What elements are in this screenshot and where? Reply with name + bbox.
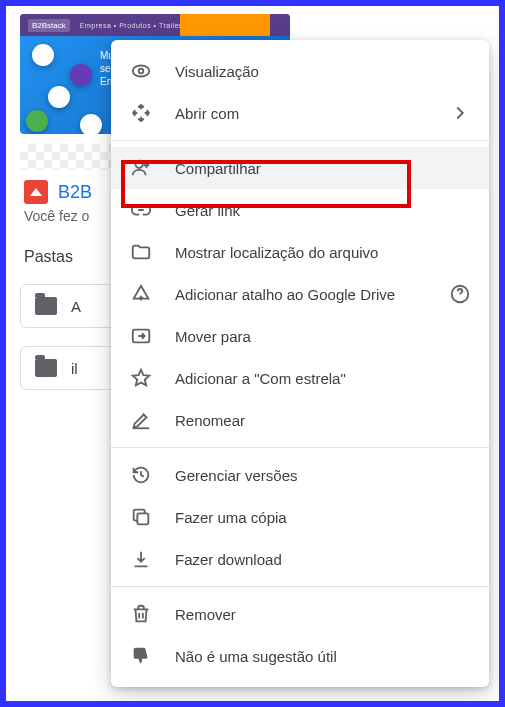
thumbnail-logo: B2Bstack <box>28 19 70 32</box>
menu-separator <box>111 140 489 141</box>
menu-item-share[interactable]: Compartilhar <box>111 147 489 189</box>
menu-label: Fazer uma cópia <box>175 509 471 526</box>
copy-icon <box>129 505 153 529</box>
help-icon[interactable] <box>449 283 471 305</box>
menu-label: Adicionar atalho ao Google Drive <box>175 286 427 303</box>
menu-item-show-location[interactable]: Mostrar localização do arquivo <box>111 231 489 273</box>
svg-point-1 <box>139 69 144 74</box>
menu-label: Fazer download <box>175 551 471 568</box>
menu-item-add-shortcut[interactable]: Adicionar atalho ao Google Drive <box>111 273 489 315</box>
file-name: B2B <box>58 182 92 203</box>
svg-point-2 <box>136 161 143 168</box>
context-menu: Visualização Abrir com Compartilhar Gera… <box>111 40 489 687</box>
link-icon <box>129 198 153 222</box>
thumb-down-icon <box>129 644 153 668</box>
menu-label: Gerar link <box>175 202 471 219</box>
menu-label: Adicionar a "Com estrela" <box>175 370 471 387</box>
menu-item-manage-versions[interactable]: Gerenciar versões <box>111 454 489 496</box>
menu-item-preview[interactable]: Visualização <box>111 50 489 92</box>
svg-point-0 <box>133 66 150 77</box>
folder-icon <box>35 359 57 377</box>
folder-outline-icon <box>129 240 153 264</box>
menu-item-remove[interactable]: Remover <box>111 593 489 635</box>
menu-item-make-copy[interactable]: Fazer uma cópia <box>111 496 489 538</box>
menu-label: Renomear <box>175 412 471 429</box>
svg-rect-5 <box>137 513 148 524</box>
image-file-icon <box>24 180 48 204</box>
menu-item-download[interactable]: Fazer download <box>111 538 489 580</box>
menu-label: Abrir com <box>175 105 427 122</box>
menu-item-not-useful[interactable]: Não é uma sugestão útil <box>111 635 489 677</box>
open-with-icon <box>129 101 153 125</box>
menu-item-add-starred[interactable]: Adicionar a "Com estrela" <box>111 357 489 399</box>
move-icon <box>129 324 153 348</box>
menu-label: Visualização <box>175 63 471 80</box>
folder-label: il <box>71 360 78 377</box>
menu-label: Compartilhar <box>175 160 471 177</box>
menu-label: Mostrar localização do arquivo <box>175 244 471 261</box>
menu-item-move-to[interactable]: Mover para <box>111 315 489 357</box>
menu-item-get-link[interactable]: Gerar link <box>111 189 489 231</box>
menu-label: Não é uma sugestão útil <box>175 648 471 665</box>
menu-separator <box>111 447 489 448</box>
person-add-icon <box>129 156 153 180</box>
menu-label: Remover <box>175 606 471 623</box>
folder-label: A <box>71 298 81 315</box>
history-icon <box>129 463 153 487</box>
trash-icon <box>129 602 153 626</box>
menu-label: Mover para <box>175 328 471 345</box>
menu-item-rename[interactable]: Renomear <box>111 399 489 441</box>
menu-item-open-with[interactable]: Abrir com <box>111 92 489 134</box>
menu-label: Gerenciar versões <box>175 467 471 484</box>
pencil-icon <box>129 408 153 432</box>
menu-separator <box>111 586 489 587</box>
drive-add-icon <box>129 282 153 306</box>
star-icon <box>129 366 153 390</box>
chevron-right-icon <box>449 102 471 124</box>
eye-icon <box>129 59 153 83</box>
folder-icon <box>35 297 57 315</box>
download-icon <box>129 547 153 571</box>
